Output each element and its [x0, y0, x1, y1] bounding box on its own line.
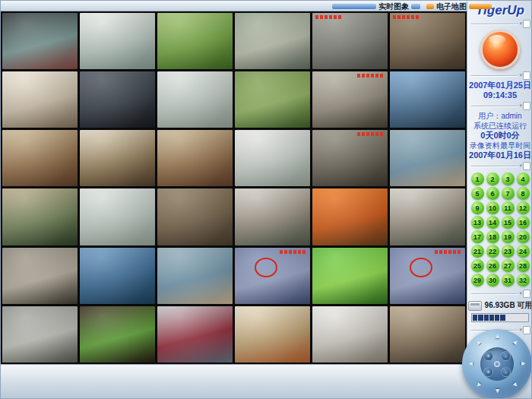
- camera-tile-highrise-towers[interactable]: [390, 71, 465, 128]
- camera-tile-office-cubicles[interactable]: [80, 13, 155, 69]
- channel-button-18[interactable]: 18: [486, 230, 499, 243]
- camera-tile-office-cubicles-2[interactable]: [157, 71, 233, 128]
- channel-button-20[interactable]: 20: [517, 230, 530, 243]
- uptime-label: 系统已连续运行: [467, 121, 532, 131]
- camera-tile-manager-office[interactable]: [80, 130, 155, 186]
- camera-tile-reception-cam[interactable]: [312, 71, 388, 128]
- ptz-control-wheel[interactable]: ▲ ▲ ▲ ▲ ▲ ▲ ▲ ▲ + - + -: [462, 329, 532, 399]
- channel-button-16[interactable]: 16: [517, 216, 530, 229]
- channel-button-22[interactable]: 22: [486, 245, 499, 258]
- channel-button-23[interactable]: 23: [502, 245, 515, 258]
- camera-tile-office-towers[interactable]: [80, 248, 155, 304]
- channel-button-21[interactable]: 21: [471, 245, 484, 258]
- channel-button-2[interactable]: 2: [486, 173, 499, 185]
- camera-tile-conference-meeting[interactable]: [2, 130, 78, 186]
- note-icon[interactable]: [523, 290, 530, 298]
- channel-button-13[interactable]: 13: [471, 216, 484, 229]
- note-icon[interactable]: [523, 20, 530, 28]
- channel-button-8[interactable]: 8: [517, 187, 530, 200]
- note-icon[interactable]: [523, 326, 530, 334]
- disk-segment: [478, 315, 483, 321]
- channel-button-14[interactable]: 14: [486, 216, 499, 229]
- camera-tile-store-interior[interactable]: [312, 130, 388, 186]
- note-icon[interactable]: [523, 162, 530, 170]
- chevron-down-icon[interactable]: ▾: [519, 327, 522, 333]
- chevron-down-icon[interactable]: ▾: [519, 21, 522, 27]
- channel-button-15[interactable]: 15: [502, 216, 515, 229]
- camera-tile-street-cam-motion-2[interactable]: [390, 248, 465, 304]
- note-icon[interactable]: [523, 71, 530, 80]
- channel-button-29[interactable]: 29: [471, 274, 484, 287]
- channel-button-32[interactable]: 32: [517, 274, 530, 287]
- chevron-down-icon[interactable]: ▾: [519, 72, 522, 78]
- camera-tile-courtyard-cars[interactable]: [312, 13, 388, 69]
- camera-tile-service-counter-2[interactable]: [157, 188, 233, 245]
- channel-button-6[interactable]: 6: [486, 187, 499, 200]
- camera-tile-office-corridor[interactable]: [235, 130, 310, 186]
- channel-button-27[interactable]: 27: [502, 259, 515, 272]
- note-icon[interactable]: [523, 102, 530, 110]
- camera-tile-rooftop-dish[interactable]: [2, 248, 78, 304]
- ptz-up-right-icon[interactable]: ▲: [511, 337, 521, 347]
- camera-tile-office-cubicles-3[interactable]: [80, 188, 155, 245]
- channel-button-4[interactable]: 4: [517, 173, 530, 185]
- camera-tile-boardroom[interactable]: [2, 306, 78, 363]
- channel-button-25[interactable]: 25: [471, 259, 484, 272]
- camera-tile-beach-shore-2[interactable]: [157, 248, 233, 304]
- camera-tile-hillside-town[interactable]: [235, 13, 310, 69]
- chevron-down-icon[interactable]: ▾: [519, 163, 522, 169]
- channel-button-24[interactable]: 24: [517, 245, 530, 258]
- ptz-focus-in-button[interactable]: +: [483, 367, 493, 377]
- ptz-down-icon[interactable]: ▲: [494, 388, 501, 394]
- camera-tile-paperwork-desk[interactable]: [390, 306, 465, 363]
- camera-tile-clinic-counter[interactable]: [235, 188, 310, 245]
- tab-accent-bar: [332, 4, 376, 9]
- channel-button-3[interactable]: 3: [502, 173, 515, 185]
- chevron-down-icon[interactable]: ▾: [519, 290, 522, 296]
- camera-tile-campus-parking[interactable]: [2, 188, 78, 245]
- camera-tile-office-desk[interactable]: [2, 71, 78, 128]
- camera-tile-forest-path[interactable]: [235, 71, 310, 128]
- camera-tile-mug-desk[interactable]: [157, 306, 233, 363]
- camera-tile-street-cam-motion[interactable]: [235, 248, 310, 304]
- channel-button-9[interactable]: 9: [471, 201, 484, 214]
- camera-tile-willow-pond[interactable]: [157, 13, 233, 69]
- ptz-down-left-icon[interactable]: ▲: [473, 380, 483, 390]
- channel-button-19[interactable]: 19: [502, 230, 515, 243]
- camera-tile-autumn-trees[interactable]: [312, 188, 388, 245]
- channel-button-11[interactable]: 11: [502, 201, 515, 214]
- channel-button-31[interactable]: 31: [502, 274, 515, 287]
- camera-tile-fern-plant[interactable]: [80, 306, 155, 363]
- camera-osd: [280, 250, 307, 254]
- ptz-down-right-icon[interactable]: ▲: [511, 380, 521, 390]
- ptz-right-icon[interactable]: ▲: [520, 360, 527, 367]
- channel-button-10[interactable]: 10: [486, 201, 499, 214]
- camera-tile-tree-avenue[interactable]: [312, 248, 388, 304]
- channel-button-28[interactable]: 28: [517, 259, 530, 272]
- ptz-up-icon[interactable]: ▲: [494, 333, 501, 340]
- channel-button-5[interactable]: 5: [471, 187, 484, 200]
- channel-button-30[interactable]: 30: [486, 274, 499, 287]
- camera-tile-clinic-counter-2[interactable]: [390, 188, 465, 245]
- ptz-focus-out-button[interactable]: -: [501, 367, 511, 377]
- camera-tile-conference-meeting-2[interactable]: [157, 130, 233, 186]
- chevron-down-icon[interactable]: ▾: [519, 103, 522, 109]
- tab-electronic-map[interactable]: 电子地图: [426, 2, 492, 12]
- ptz-zoom-in-button[interactable]: +: [483, 351, 493, 361]
- channel-button-17[interactable]: 17: [471, 230, 484, 243]
- ptz-zoom-out-button[interactable]: -: [501, 351, 511, 361]
- camera-tile-lecture-hall[interactable]: [235, 306, 310, 363]
- camera-tile-service-counter[interactable]: [390, 13, 465, 69]
- channel-button-26[interactable]: 26: [486, 259, 499, 272]
- ptz-up-left-icon[interactable]: ▲: [473, 337, 483, 347]
- ptz-left-icon[interactable]: ▲: [467, 360, 474, 367]
- camera-tile-desk-computer[interactable]: [80, 71, 155, 128]
- dvr-window: 实时图象 电子地图 TigerUp ▾ ▾ 2007年01月25日 09:14:…: [0, 0, 532, 399]
- channel-button-7[interactable]: 7: [502, 187, 515, 200]
- channel-button-12[interactable]: 12: [517, 201, 530, 214]
- channel-button-1[interactable]: 1: [471, 173, 484, 185]
- tab-realtime-image[interactable]: 实时图象: [332, 2, 420, 12]
- camera-tile-meeting-lounge[interactable]: [312, 306, 388, 363]
- camera-tile-beach-shore[interactable]: [390, 130, 465, 186]
- camera-tile-lobby-sofas[interactable]: [2, 13, 78, 69]
